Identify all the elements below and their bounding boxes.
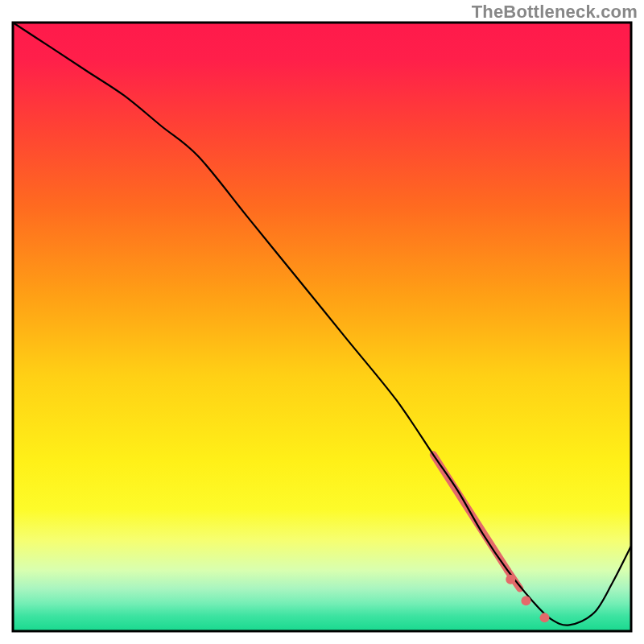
chart-container: TheBottleneck.com <box>0 0 644 644</box>
plot-area <box>13 23 631 631</box>
curve-dot <box>539 613 549 622</box>
curve-dot <box>521 596 530 605</box>
gradient-background <box>13 23 631 631</box>
curve-dot <box>506 575 515 584</box>
bottleneck-chart <box>0 0 644 644</box>
